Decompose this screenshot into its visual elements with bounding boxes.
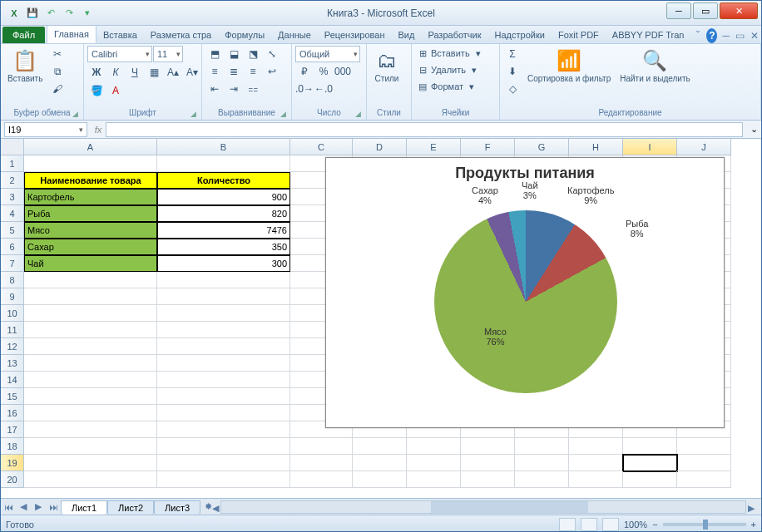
autosum-icon[interactable]: Σ <box>503 46 522 62</box>
increase-indent-icon[interactable]: ⇥ <box>225 81 243 97</box>
cell[interactable] <box>515 438 569 455</box>
col-header-J[interactable]: J <box>677 139 731 155</box>
tab-review[interactable]: Рецензирован <box>318 27 392 43</box>
row-header-11[interactable]: 11 <box>1 322 24 338</box>
tab-addins[interactable]: Надстройки <box>488 27 552 43</box>
italic-button[interactable]: К <box>106 64 125 81</box>
alignment-dialog-icon[interactable]: ◢ <box>280 110 286 118</box>
cell[interactable] <box>157 288 290 305</box>
workbook-minimize-icon[interactable]: ─ <box>720 28 731 43</box>
row-header-20[interactable]: 20 <box>1 471 24 488</box>
cell[interactable] <box>24 438 157 455</box>
workbook-restore-icon[interactable]: ▭ <box>735 28 745 43</box>
align-middle-icon[interactable]: ⬓ <box>225 46 243 62</box>
col-header-I[interactable]: I <box>623 139 677 155</box>
fill-color-button[interactable]: 🪣 <box>87 82 106 99</box>
fx-icon[interactable]: fx <box>91 125 106 135</box>
tab-insert[interactable]: Вставка <box>96 27 144 43</box>
cell[interactable] <box>461 438 515 455</box>
percent-icon[interactable]: % <box>314 63 333 80</box>
cell[interactable]: 350 <box>157 239 290 255</box>
cell[interactable] <box>569 438 623 455</box>
cell[interactable] <box>407 455 461 471</box>
sheet-nav-last-icon[interactable]: ⏭ <box>46 500 61 515</box>
align-center-icon[interactable]: ≣ <box>225 63 243 80</box>
cell[interactable] <box>290 455 353 471</box>
cell[interactable] <box>157 272 290 288</box>
view-normal-icon[interactable] <box>559 518 576 531</box>
cell[interactable]: Картофель <box>24 189 157 205</box>
help-icon[interactable]: ? <box>706 28 717 43</box>
cell[interactable] <box>353 455 407 471</box>
row-header-4[interactable]: 4 <box>1 205 24 222</box>
cell[interactable] <box>157 471 290 488</box>
cell[interactable]: Сахар <box>24 239 157 255</box>
tab-home[interactable]: Главная <box>47 25 96 43</box>
underline-button[interactable]: Ч <box>126 64 144 81</box>
col-header-H[interactable]: H <box>569 139 623 155</box>
cell[interactable] <box>353 471 407 488</box>
number-format-combo[interactable]: Общий <box>295 46 360 62</box>
align-left-icon[interactable]: ≡ <box>205 63 224 80</box>
zoom-in-icon[interactable]: + <box>751 520 756 530</box>
cell[interactable] <box>24 338 157 355</box>
cell[interactable] <box>157 155 290 172</box>
merge-cells-icon[interactable]: ⩵ <box>244 81 262 97</box>
row-header-16[interactable]: 16 <box>1 405 24 421</box>
close-button[interactable]: ✕ <box>720 2 758 19</box>
decrease-indent-icon[interactable]: ⇤ <box>205 81 224 97</box>
align-bottom-icon[interactable]: ⬔ <box>244 46 262 62</box>
col-header-C[interactable]: C <box>290 139 353 155</box>
row-header-8[interactable]: 8 <box>1 272 24 288</box>
align-top-icon[interactable]: ⬒ <box>205 46 224 62</box>
bold-button[interactable]: Ж <box>87 64 106 81</box>
cell[interactable] <box>515 471 569 488</box>
tab-formulas[interactable]: Формулы <box>218 27 271 43</box>
font-name-combo[interactable]: Calibri <box>87 46 152 62</box>
zoom-level[interactable]: 100% <box>624 520 647 530</box>
row-header-10[interactable]: 10 <box>1 305 24 322</box>
view-page-layout-icon[interactable] <box>581 518 597 531</box>
row-header-1[interactable]: 1 <box>1 155 24 172</box>
tab-data[interactable]: Данные <box>271 27 318 43</box>
grow-font-icon[interactable]: A▴ <box>164 64 182 81</box>
row-header-12[interactable]: 12 <box>1 338 24 355</box>
row-header-17[interactable]: 17 <box>1 421 24 438</box>
cell[interactable] <box>677 471 731 488</box>
cell[interactable]: Чай <box>24 255 157 272</box>
row-header-13[interactable]: 13 <box>1 355 24 372</box>
copy-icon[interactable]: ⧉ <box>48 63 67 80</box>
ribbon-minimize-icon[interactable]: ˇ <box>692 28 703 43</box>
cell[interactable] <box>24 355 157 372</box>
tab-foxit-pdf[interactable]: Foxit PDF <box>552 27 606 43</box>
increase-decimal-icon[interactable]: .0→ <box>295 81 314 97</box>
cell[interactable] <box>24 272 157 288</box>
sort-filter-button[interactable]: 📶 Сортировка и фильтр <box>524 46 614 85</box>
tab-view[interactable]: Вид <box>392 27 422 43</box>
formula-input[interactable] <box>106 122 743 137</box>
col-header-F[interactable]: F <box>461 139 515 155</box>
zoom-slider[interactable] <box>663 523 746 526</box>
format-painter-icon[interactable]: 🖌 <box>48 81 67 97</box>
cell[interactable] <box>290 471 353 488</box>
cell[interactable]: 900 <box>157 189 290 205</box>
cell[interactable] <box>677 455 731 471</box>
cell[interactable]: 300 <box>157 255 290 272</box>
cell[interactable] <box>515 455 569 471</box>
shrink-font-icon[interactable]: A▾ <box>183 64 201 81</box>
minimize-button[interactable]: ─ <box>666 2 691 19</box>
sheet-nav-first-icon[interactable]: ⏮ <box>1 500 16 515</box>
sheet-tab-2[interactable]: Лист2 <box>107 500 154 515</box>
chart-object[interactable]: Продукты питания Картофель9% Рыба8% Мясо… <box>325 157 725 428</box>
border-button[interactable]: ▦ <box>145 64 163 81</box>
tab-file[interactable]: Файл <box>2 27 45 43</box>
cell[interactable] <box>157 455 290 471</box>
cell[interactable] <box>24 405 157 421</box>
row-header-2[interactable]: 2 <box>1 172 24 189</box>
fill-icon[interactable]: ⬇ <box>503 63 522 80</box>
cell[interactable] <box>407 471 461 488</box>
delete-cells-label[interactable]: Удалить <box>431 65 466 75</box>
tab-developer[interactable]: Разработчик <box>421 27 487 43</box>
format-cells-icon[interactable]: ▤ <box>415 79 430 94</box>
font-dialog-icon[interactable]: ◢ <box>190 110 196 118</box>
